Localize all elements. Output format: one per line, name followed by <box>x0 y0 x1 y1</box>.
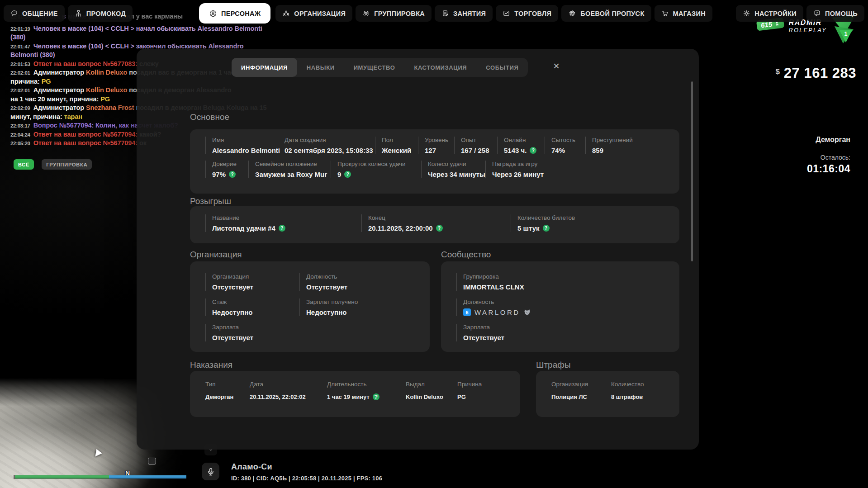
stat-label: Зарплат получено <box>306 298 358 305</box>
nav-button-shop[interactable]: МАГАЗИН <box>655 5 712 22</box>
chat-timestamp: 22:02:09 <box>10 105 30 111</box>
map-blip-icon <box>148 458 156 464</box>
nav-label: БОЕВОЙ ПРОПУСК <box>580 10 644 17</box>
stat-label: Колесо удачи <box>428 161 485 167</box>
stat-row: НазваниеЛистопад удачи #4?Конец20.11.202… <box>205 214 679 232</box>
stat-value: 859 <box>592 147 679 154</box>
stat-label: Организация <box>212 273 299 280</box>
table-cell: 20.11.2025, 22:02:02 <box>250 393 327 400</box>
panel-scrollbar[interactable] <box>691 81 693 261</box>
tab-customization[interactable]: КАСТОМИЗАЦИЯ <box>404 58 476 77</box>
nav-button-trade[interactable]: ТОРГОВЛЯ <box>496 5 558 22</box>
close-button[interactable]: × <box>549 59 564 73</box>
nav-label: ОРГАНИЗАЦИЯ <box>294 10 346 17</box>
nav-button-tasks[interactable]: ЗАНЯТИЯ <box>435 5 493 22</box>
punishments-card: ТипДатаДлительностьВыдалПричинаДеморган2… <box>190 371 520 417</box>
chat-timestamp: 22:04:24 <box>10 132 30 137</box>
nav-button-promo[interactable]: ПРОМОКОД <box>68 5 133 22</box>
help-icon[interactable]: ? <box>543 225 550 232</box>
stat-label: Онлайн <box>504 137 545 143</box>
chat-line: (380) <box>10 33 291 42</box>
organization-card: ОрганизацияОтсутствуетСтажНедоступноЗарп… <box>190 261 430 352</box>
nav-button-settings[interactable]: НАСТРОЙКИ <box>736 5 803 22</box>
nav-button-battlepass[interactable]: БОЕВОЙ ПРОПУСК <box>561 5 651 22</box>
table-header-cell: Выдал <box>406 381 457 388</box>
chat-text: Kollin Deluxo <box>86 86 129 94</box>
stat-field: ЗарплатаОтсутствует <box>205 324 299 341</box>
stat-label: Количество билетов <box>517 214 679 221</box>
tab-info[interactable]: ИНФОРМАЦИЯ <box>232 58 297 77</box>
stat-field: НазваниеЛистопад удачи #4? <box>205 214 361 232</box>
cart-icon <box>661 9 669 17</box>
nav-button-organization[interactable]: ОРГАНИЗАЦИЯ <box>275 5 352 22</box>
chat-filters: ВСЁГРУППИРОВКА <box>14 159 92 170</box>
help-icon[interactable]: ? <box>373 393 379 400</box>
chat-timestamp: 22:01:47 <box>10 44 30 49</box>
table-header-cell: Организация <box>551 381 611 388</box>
table-header-cell: Дата <box>250 381 327 388</box>
armor-bar <box>109 475 186 479</box>
trade-icon <box>503 9 510 17</box>
stat-label: Уровень <box>425 137 454 143</box>
nav-button-help[interactable]: ?ПОМОЩЬ <box>806 5 864 22</box>
location-name: Аламо-Си <box>231 462 272 472</box>
stat-value: Замужем за Roxy Mur <box>255 171 331 178</box>
chat-timestamp: 22:02:01 <box>10 88 30 93</box>
tab-property[interactable]: ИМУЩЕСТВО <box>344 58 405 77</box>
help-icon[interactable]: ? <box>530 147 536 154</box>
chat-timestamp: 22:03:17 <box>10 123 30 128</box>
microphone-button[interactable] <box>202 463 219 480</box>
section-title-community: Сообщество <box>441 250 491 260</box>
table-header-cell: Причина <box>457 381 503 388</box>
tab-bar: ИНФОРМАЦИЯНАВЫКИИМУЩЕСТВОКАСТОМИЗАЦИЯСОБ… <box>232 58 528 77</box>
jail-timer: Деморган Осталось: 01:16:04 <box>807 136 850 175</box>
stat-label: Семейное положение <box>255 161 331 167</box>
help-icon[interactable]: ? <box>279 225 285 232</box>
nav-button-chat[interactable]: ОБЩЕНИЕ <box>4 5 65 22</box>
stat-label: Сытость <box>551 137 585 143</box>
microphone-icon <box>206 467 215 476</box>
table-header-cell: Длительность <box>327 381 406 388</box>
stat-value: 127 <box>425 147 454 154</box>
stat-field: Сытость74% <box>545 137 585 154</box>
nav-label: ПРОМОКОД <box>86 10 126 17</box>
nav-button-person[interactable]: ПЕРСОНАЖ <box>199 3 270 24</box>
stat-field: ПолЖенский <box>375 137 418 154</box>
help-icon[interactable]: ? <box>229 171 236 178</box>
chat-text: на 1 час 20 минут, причина: <box>10 95 100 103</box>
stat-field: Дата создания02 сентября 2023, 15:08:33 <box>278 137 375 154</box>
stat-value: 167 / 258 <box>461 147 497 154</box>
chat-filter-all[interactable]: ВСЁ <box>14 159 34 170</box>
chat-timestamp: 22:02:01 <box>10 70 30 76</box>
chat-filter-group[interactable]: ГРУППИРОВКА <box>42 159 92 170</box>
help-icon[interactable]: ? <box>436 225 443 232</box>
gear-icon <box>743 9 750 17</box>
nav-left-group: ОБЩЕНИЕПРОМОКОДПЕРСОНАЖОРГАНИЗАЦИЯГРУППИ… <box>4 3 712 24</box>
help-icon[interactable]: ? <box>344 171 351 178</box>
stat-field: Преступлений859 <box>585 137 679 154</box>
wolf-icon <box>523 308 531 316</box>
svg-text:?: ? <box>816 11 818 14</box>
stat-label: Опыт <box>461 137 497 143</box>
stat-value: 20.11.2025, 22:00:00? <box>368 224 511 232</box>
stat-label: Зарплата <box>212 324 299 331</box>
stat-column: ОрганизацияОтсутствуетСтажНедоступноЗарп… <box>205 273 299 352</box>
tasks-icon <box>441 9 449 17</box>
logo-line2: ROLEPLAY <box>789 28 827 33</box>
chat-text: (380) <box>10 33 25 41</box>
table-header-cell: Количество <box>611 381 665 388</box>
stat-value: Отсутствует <box>212 283 299 291</box>
section-title-fines: Штрафы <box>536 360 571 370</box>
stat-value: Отсутствует <box>212 334 299 341</box>
nav-button-group[interactable]: ГРУППИРОВКА <box>356 5 432 22</box>
tab-events[interactable]: СОБЫТИЯ <box>476 58 528 77</box>
help-icon: ? <box>813 9 821 17</box>
table-header: ТипДатаДлительностьВыдалПричина <box>205 381 520 388</box>
logo-badge-number: 1 <box>844 31 848 37</box>
chat-text: таран <box>64 113 82 120</box>
tab-skills[interactable]: НАВЫКИ <box>297 58 344 77</box>
stat-label: Дата создания <box>285 137 375 143</box>
organization-icon <box>282 9 290 17</box>
chat-text: Ответ на ваш вопрос №5677094: <box>33 139 139 147</box>
nav-label: МАГАЗИН <box>673 10 706 17</box>
